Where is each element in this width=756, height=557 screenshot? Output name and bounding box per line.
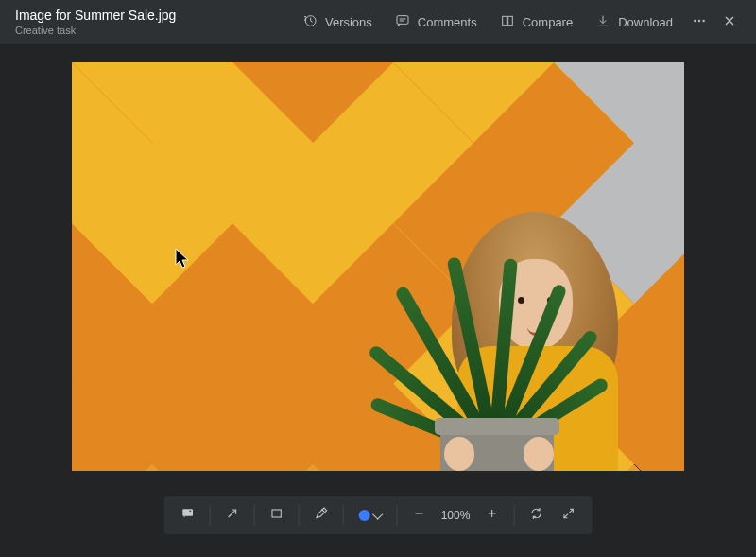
more-icon: [692, 13, 707, 31]
svg-point-7: [698, 19, 700, 21]
svg-point-8: [702, 19, 704, 21]
rectangle-tool-button[interactable]: [261, 500, 293, 531]
svg-line-19: [569, 509, 573, 513]
toolbar-separator: [513, 505, 514, 526]
pencil-tool-button[interactable]: [305, 500, 337, 531]
plus-icon: [484, 506, 499, 525]
zoom-in-button[interactable]: [475, 500, 507, 531]
svg-rect-4: [502, 16, 507, 25]
expand-icon: [560, 506, 576, 525]
comments-button[interactable]: Comments: [386, 7, 487, 37]
svg-line-20: [564, 514, 568, 518]
file-subtitle: Creative task: [15, 25, 293, 36]
annotation-toolbar: 100%: [164, 496, 593, 534]
svg-rect-5: [507, 16, 512, 25]
close-button[interactable]: [716, 7, 743, 37]
zoom-group: 100%: [404, 500, 508, 531]
svg-rect-11: [182, 509, 193, 515]
mouse-cursor: [175, 248, 190, 270]
download-button[interactable]: Download: [586, 7, 682, 37]
viewer-area: 100%: [0, 44, 756, 557]
reset-view-button[interactable]: [520, 500, 552, 531]
chevron-down-icon: [372, 509, 383, 519]
color-swatch: [359, 510, 370, 521]
color-picker-button[interactable]: [350, 500, 391, 531]
file-name: Image for Summer Sale.jpg: [15, 8, 293, 24]
compare-button[interactable]: Compare: [490, 7, 582, 37]
toolbar-separator: [254, 505, 255, 526]
header-bar: Image for Summer Sale.jpg Creative task …: [0, 0, 756, 44]
compare-icon: [500, 13, 515, 31]
fullscreen-button[interactable]: [552, 500, 584, 531]
versions-label: Versions: [325, 15, 372, 29]
toolbar-separator: [397, 505, 398, 526]
zoom-out-button[interactable]: [404, 500, 436, 531]
comment-tool-button[interactable]: [172, 500, 204, 531]
download-label: Download: [618, 15, 673, 29]
svg-point-12: [189, 510, 191, 512]
toolbar-separator: [210, 505, 211, 526]
minus-icon: [412, 506, 427, 525]
svg-rect-14: [272, 510, 281, 517]
close-icon: [722, 13, 737, 31]
comment-icon: [395, 13, 410, 31]
arrow-icon: [225, 506, 240, 525]
versions-button[interactable]: Versions: [293, 7, 382, 37]
arrow-tool-button[interactable]: [216, 500, 249, 531]
rectangle-icon: [269, 506, 284, 525]
refresh-icon: [528, 506, 543, 525]
svg-line-13: [229, 511, 235, 517]
svg-point-6: [694, 19, 696, 21]
more-button[interactable]: [686, 7, 713, 37]
toolbar-separator: [343, 505, 344, 526]
image-preview[interactable]: [72, 62, 684, 471]
comments-label: Comments: [418, 15, 477, 29]
comment-tool-icon: [180, 506, 196, 525]
zoom-level: 100%: [436, 509, 476, 522]
subject-person: [384, 204, 629, 471]
history-icon: [302, 13, 318, 31]
header-actions: Versions Comments Compare Download: [293, 7, 743, 37]
download-icon: [595, 13, 610, 31]
toolbar-separator: [299, 505, 300, 526]
svg-rect-1: [397, 15, 408, 24]
pencil-icon: [314, 506, 329, 525]
title-block: Image for Summer Sale.jpg Creative task: [15, 8, 293, 37]
compare-label: Compare: [523, 15, 573, 29]
